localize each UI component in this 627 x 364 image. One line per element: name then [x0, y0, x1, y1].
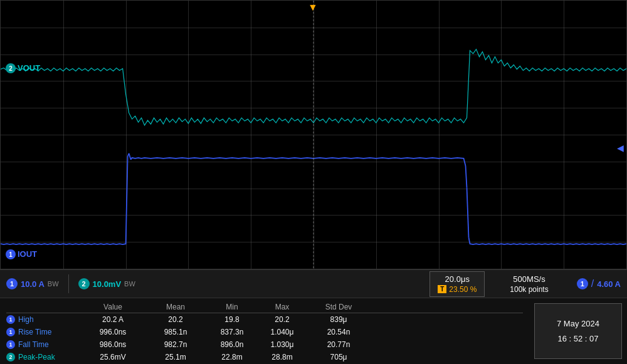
val-pp-std: 705μ — [307, 353, 370, 361]
ch1-indicator-bottom: 1 / 4.60 A — [577, 278, 621, 289]
header-value: Value — [82, 303, 144, 311]
trigger-percent: 23.50 % — [449, 285, 477, 294]
val-pp-value: 25.6mV — [82, 353, 144, 361]
val-fall-max: 1.030μ — [257, 340, 307, 349]
val-high-min: 19.8 — [207, 315, 257, 324]
dot-pp: 2 — [6, 353, 15, 361]
val-rise-max: 1.040μ — [257, 328, 307, 336]
label-pp: Peak-Peak — [18, 353, 55, 361]
label-high: High — [18, 315, 34, 324]
ch2-circle: 2 — [78, 278, 90, 289]
val-high-max: 20.2 — [257, 315, 307, 324]
slash-indicator: / — [591, 278, 594, 289]
points: 100k points — [510, 285, 548, 294]
meas-row-rise: 1 Rise Time 996.0ns 985.1n 837.3n 1.040μ… — [6, 326, 523, 338]
header-max: Max — [257, 303, 307, 311]
header-name — [6, 303, 82, 311]
val-rise-min: 837.3n — [207, 328, 257, 336]
meas-row-fall: 1 Fall Time 986.0ns 982.7n 896.0n 1.030μ… — [6, 338, 523, 351]
datetime-text: 7 May 2024 16 : 52 : 07 — [557, 316, 599, 346]
val-rise-value: 996.0ns — [82, 328, 144, 336]
val-high-mean: 20.2 — [144, 315, 207, 324]
val-rise-std: 20.54n — [307, 328, 370, 336]
meas-row-high: 1 High 20.2 A 20.2 19.8 20.2 839μ — [6, 313, 523, 326]
current-value: 4.60 A — [597, 279, 621, 289]
measurements-table: Value Mean Min Max Std Dev 1 High 20.2 A… — [0, 298, 529, 364]
ch1-arrow: ◀ — [617, 143, 624, 153]
val-pp-max: 28.8m — [257, 353, 307, 361]
ch1-bw: BW — [48, 280, 59, 288]
val-fall-std: 20.77n — [307, 340, 370, 349]
dot-high: 1 — [6, 315, 15, 324]
control-bar: 1 10.0 A BW 2 10.0mV BW 20.0μs T 23.50 %… — [0, 269, 627, 298]
ch2-badge: 2 10.0mV BW — [78, 278, 135, 289]
val-pp-min: 22.8m — [207, 353, 257, 361]
datetime-box: 7 May 2024 16 : 52 : 07 — [534, 303, 622, 359]
val-fall-value: 986.0ns — [82, 340, 144, 349]
val-rise-mean: 985.1n — [144, 328, 207, 336]
ch1-value: 10.0 A — [21, 279, 45, 289]
measurements-area: Value Mean Min Max Std Dev 1 High 20.2 A… — [0, 298, 627, 364]
meas-header: Value Mean Min Max Std Dev — [6, 301, 523, 313]
header-min: Min — [207, 303, 257, 311]
val-high-std: 839μ — [307, 315, 370, 324]
ch1-badge: 1 10.0 A BW — [6, 278, 59, 289]
val-fall-mean: 982.7n — [144, 340, 207, 349]
ch2-bw: BW — [124, 280, 135, 288]
header-mean: Mean — [144, 303, 207, 311]
dot-fall: 1 — [6, 340, 15, 349]
val-fall-min: 896.0n — [207, 340, 257, 349]
time-info: 20.0μs T 23.50 % — [429, 271, 485, 297]
grid — [1, 1, 626, 269]
display-area: ▼ 2 VOUT 1 IOUT ◀ — [0, 0, 627, 269]
oscilloscope: ▼ 2 VOUT 1 IOUT ◀ 1 10.0 A BW 2 10.0mV B… — [0, 0, 627, 364]
sample-rate: 500MS/s — [513, 274, 545, 284]
time-div: 20.0μs — [445, 274, 470, 284]
header-stddev: Std Dev — [307, 303, 370, 311]
label-rise: Rise Time — [18, 328, 51, 336]
trigger-marker: ▼ — [308, 2, 318, 13]
trigger-info: T 23.50 % — [438, 285, 477, 294]
meas-row-pp: 2 Peak-Peak 25.6mV 25.1m 22.8m 28.8m 705… — [6, 351, 523, 363]
dot-rise: 1 — [6, 328, 15, 336]
trigger-icon: T — [438, 285, 446, 293]
meas-label-high: 1 High — [6, 315, 82, 324]
time-display: 16 : 52 : 07 — [557, 331, 599, 346]
meas-label-fall: 1 Fall Time — [6, 340, 82, 349]
sample-info: 500MS/s 100k points — [510, 274, 548, 294]
date-display: 7 May 2024 — [557, 316, 599, 331]
val-high-value: 20.2 A — [82, 315, 144, 324]
ch1-label: 1 IOUT — [6, 249, 37, 259]
val-pp-mean: 25.1m — [144, 353, 207, 361]
ch1-circle: 1 — [6, 278, 18, 289]
label-fall: Fall Time — [18, 340, 49, 349]
meas-label-rise: 1 Rise Time — [6, 328, 82, 336]
ch2-label: 2 VOUT — [6, 63, 40, 73]
ch2-value: 10.0mV — [93, 279, 122, 289]
meas-label-pp: 2 Peak-Peak — [6, 353, 82, 361]
ch1-circle-2: 1 — [577, 278, 588, 289]
